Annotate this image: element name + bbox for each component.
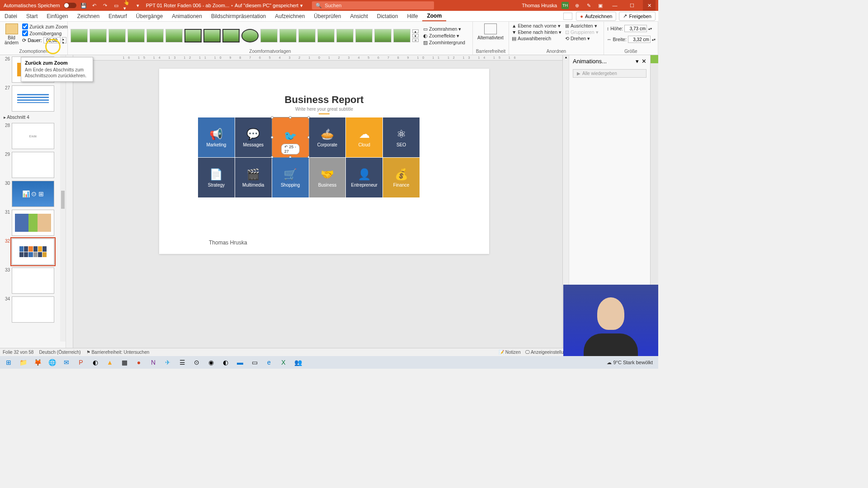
undo-icon[interactable]: ↶ (91, 2, 98, 9)
style-item[interactable] (146, 29, 164, 42)
app-icon[interactable]: ▭ (248, 357, 261, 368)
style-item[interactable] (241, 29, 259, 42)
style-item[interactable] (298, 29, 316, 42)
app-icon[interactable]: ▬ (233, 357, 247, 368)
selection-handle[interactable] (271, 136, 274, 139)
close-button[interactable]: ✕ (643, 0, 656, 11)
gallery-more[interactable]: ▴▾≡ (412, 29, 419, 42)
style-item[interactable] (374, 29, 392, 42)
tile-Strategy[interactable]: 📄Strategy (198, 158, 235, 197)
dauer-field[interactable]: ⟳Dauer: ▴▾ (22, 37, 68, 43)
thumb-27[interactable] (12, 85, 54, 112)
slide-canvas[interactable]: Business Report Write here your great su… (159, 69, 489, 254)
selection-handle[interactable] (271, 116, 274, 119)
tab-ueberpruefen[interactable]: Überprüfen (309, 11, 345, 21)
tile-Corporate[interactable]: 🥧Corporate (309, 117, 346, 157)
tab-datei[interactable]: Datei (0, 11, 22, 21)
tab-uebergaenge[interactable]: Übergänge (132, 11, 167, 21)
breite-field[interactable]: ↔ Breite: ▴▾ (607, 36, 656, 43)
zoomrahmen-button[interactable]: ▭ Zoomrahmen ▾ (423, 26, 465, 32)
tile-Marketing[interactable]: 📢Marketing (198, 117, 235, 157)
style-item[interactable] (260, 29, 278, 42)
minimize-button[interactable]: — (609, 0, 621, 11)
tab-hilfe[interactable]: Hilfe (402, 11, 422, 21)
weather-widget[interactable]: ☁ 9°C Stark bewölkt (607, 360, 653, 366)
touch-icon[interactable]: 👆▾ (123, 2, 131, 9)
firefox-icon[interactable]: 🦊 (31, 357, 44, 368)
thumb-34[interactable] (12, 296, 54, 323)
tab-zeichnen[interactable]: Zeichnen (73, 11, 104, 21)
user-avatar[interactable]: TH (561, 2, 569, 9)
close-icon[interactable]: ✕ (642, 58, 646, 65)
thumbs-scrollbar[interactable] (60, 55, 66, 342)
app-icon[interactable]: ▲ (103, 357, 117, 368)
thumb-31[interactable] (12, 210, 54, 236)
alternativtext-button[interactable]: Alternativtext (476, 23, 505, 41)
qat-more-icon[interactable]: ▾ (134, 2, 142, 9)
tab-animationen[interactable]: Animationen (167, 11, 207, 21)
comments-icon[interactable] (563, 13, 572, 20)
app-icon[interactable]: ● (132, 357, 146, 368)
play-all-button[interactable]: ▶ Alle wiedergeben (573, 69, 646, 78)
style-item[interactable] (184, 29, 202, 42)
drehen-button[interactable]: ⟲ Drehen ▾ (565, 36, 599, 41)
app-icon[interactable]: ▦ (118, 357, 131, 368)
style-item[interactable] (71, 29, 88, 42)
slide-thumbnails[interactable]: 26 27 ▸ Abschnitt 4 28Ende 29 30📊 ⊙ ⊞ 31… (0, 55, 66, 348)
thumb-32[interactable] (12, 239, 54, 265)
thumb-30[interactable]: 📊 ⊙ ⊞ (12, 181, 54, 207)
user-name[interactable]: Thomas Hruska (522, 3, 557, 8)
tile-Shopping[interactable]: 🛒Shopping (272, 158, 309, 197)
coming-soon-icon[interactable]: ⊕ (573, 2, 580, 9)
notizen-button[interactable]: 📝 Notizen (499, 350, 521, 355)
zoom-style-gallery[interactable]: ▴▾≡ (71, 29, 419, 42)
outlook-icon[interactable]: ✉ (60, 357, 73, 368)
tile-SEO[interactable]: ⚛SEO (383, 117, 420, 157)
style-item[interactable] (393, 29, 410, 42)
excel-icon[interactable]: X (277, 357, 290, 368)
slide-subtitle[interactable]: Write here your great subtitle (159, 107, 489, 114)
zoomeffekte-button[interactable]: ◐ Zoomeffekte ▾ (423, 33, 465, 38)
app-icon[interactable]: ☰ (175, 357, 189, 368)
app-icon[interactable]: ◐ (89, 357, 102, 368)
autosave-toggle[interactable] (64, 3, 76, 8)
slide-position[interactable]: Folie 32 von 58 (3, 350, 33, 355)
explorer-icon[interactable]: 📁 (16, 357, 30, 368)
freigeben-button[interactable]: ↗Freigeben (619, 12, 656, 21)
start-icon[interactable]: ⊞ (2, 357, 15, 368)
app-icon[interactable]: ◉ (204, 357, 218, 368)
edge-icon[interactable]: e (262, 357, 276, 368)
slideshow-icon[interactable]: ▭ (113, 2, 120, 9)
thumb-28[interactable]: Ende (12, 123, 54, 149)
ausrichten-button[interactable]: ⊞ Ausrichten ▾ (565, 23, 599, 28)
selection-handle[interactable] (289, 116, 292, 119)
teams-icon[interactable]: 👥 (291, 357, 305, 368)
tile-Messages[interactable]: 💬Messages (235, 117, 272, 157)
ebene-hinten-button[interactable]: ▼ Ebene nach hinten ▾ (512, 29, 561, 35)
tile-Multimedia[interactable]: 🎬Multimedia (235, 158, 272, 197)
tile-Cloud[interactable]: ☁Cloud (346, 117, 382, 157)
window-icon[interactable]: ▣ (597, 2, 604, 9)
chevron-down-icon[interactable]: ▾ (300, 3, 303, 9)
tile-Business[interactable]: 🤝Business (309, 158, 346, 197)
thumb-29[interactable] (12, 152, 54, 178)
style-item[interactable] (222, 29, 240, 42)
tab-entwurf[interactable]: Entwurf (104, 11, 132, 21)
tab-dictation[interactable]: Dictation (373, 11, 403, 21)
tile-Entrepreneur[interactable]: 👤Entrepreneur (346, 158, 382, 197)
style-item[interactable] (127, 29, 145, 42)
onenote-icon[interactable]: N (146, 357, 160, 368)
tab-ansicht[interactable]: Ansicht (345, 11, 372, 21)
tab-bildschirm[interactable]: Bildschirmpräsentation (207, 11, 270, 21)
zoomhintergrund-button[interactable]: ▨ Zoomhintergrund (423, 40, 465, 45)
tab-zoom[interactable]: Zoom (422, 11, 446, 21)
maximize-button[interactable]: ☐ (626, 0, 638, 11)
tile-selected[interactable]: 🐦↶ 25 - 27 (272, 117, 309, 157)
style-item[interactable] (108, 29, 126, 42)
aufzeichnen-button[interactable]: ●Aufzeichnen (576, 12, 616, 21)
slide-title[interactable]: Business Report (159, 94, 489, 106)
language[interactable]: Deutsch (Österreich) (39, 350, 80, 355)
style-item[interactable] (203, 29, 221, 42)
zurueck-zoom-checkbox[interactable]: Zurück zum Zoom (22, 23, 68, 29)
style-item[interactable] (279, 29, 297, 42)
